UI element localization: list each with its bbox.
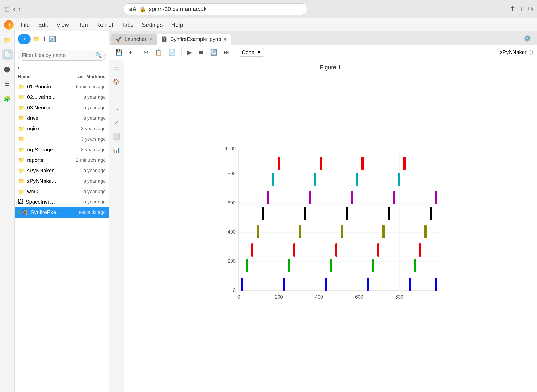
file-item[interactable]: 📁 nrpStorage 3 years ago [15,144,109,155]
file-item[interactable]: 🖼 SpaceInva... a year ago [15,197,109,207]
main-layout: 📁 📄 ⬤ ☰ 🧩 + 📁 ⬆ 🔄 🔍 / Name Last Modified… [0,31,537,392]
forward-button[interactable]: › [19,5,21,13]
file-name: sPyNNaker [27,168,66,174]
insert-cell-button[interactable]: + [127,48,134,57]
search-container: 🔍 [15,47,109,63]
menu-settings[interactable]: Settings [138,20,167,30]
file-modified: a year ago [66,94,106,100]
tab-icon: 📓 [161,36,168,43]
file-modified: 3 years ago [66,126,106,131]
sidebar-toggle-button[interactable]: ⊞ [4,5,10,13]
reader-button[interactable]: aA [129,6,136,13]
nb-forward-button[interactable]: → [111,104,122,114]
file-item[interactable]: 📁 3 years ago [15,134,109,144]
col-header-modified[interactable]: Last Modified [64,74,106,80]
run-button[interactable]: ▶ [185,48,194,57]
nb-frame-button[interactable]: ⬜ [111,131,122,142]
fast-forward-button[interactable]: ⏭ [221,48,231,57]
nb-home-button[interactable]: 🏠 [111,77,122,87]
nb-chart-button[interactable]: 📊 [111,145,122,155]
file-name: 02.LiveInp... [27,94,66,100]
breadcrumb[interactable]: / [15,63,109,72]
file-browser: + 📁 ⬆ 🔄 🔍 / Name Last Modified 📁 01.Runn… [15,31,109,392]
paste-button[interactable]: 📄 [166,48,178,57]
svg-rect-46 [361,157,364,170]
menu-kernel[interactable]: Kernel [93,20,117,30]
menu-view[interactable]: View [53,20,72,30]
new-folder-button[interactable]: 📁 [33,36,40,43]
new-launcher-button[interactable]: + [18,34,31,44]
svg-rect-53 [398,173,400,186]
split-view-button[interactable]: ⧉ [528,5,533,13]
file-name: nrpStorage [27,147,66,153]
interrupt-button[interactable]: ⏹ [196,48,206,57]
url-display: spinn-20.cs.man.ac.uk [149,6,206,13]
kernel-name: sPyNNaker [500,49,527,55]
notebook-icon: 📓 [22,209,28,215]
svg-text:600: 600 [355,294,363,300]
tab-close-button[interactable]: ✕ [149,37,152,42]
back-button[interactable]: ‹ [13,5,15,13]
nb-back-button[interactable]: ← [111,90,122,101]
col-header-name[interactable]: Name [18,74,64,80]
file-item[interactable]: 📁 work a year ago [15,186,109,197]
file-name: SpaceInva... [26,199,66,205]
refresh-button[interactable]: 🔄 [49,36,56,43]
upload-button[interactable]: ⬆ [42,36,47,43]
file-item[interactable]: 📁 reports 2 minutes ago [15,155,109,165]
file-item[interactable]: 📁 drive a year ago [15,113,109,123]
file-item[interactable]: 📁 sPyNNaker a year ago [15,165,109,176]
file-item[interactable]: 📁 01.Runnin... 5 minutes ago [15,81,109,92]
share-button[interactable]: ⬆ [510,5,515,13]
svg-rect-31 [283,278,285,291]
cut-button[interactable]: ✂ [142,48,151,57]
svg-rect-56 [414,259,416,272]
menu-file[interactable]: File [17,20,33,30]
folder-icon: 📁 [18,115,24,121]
folder-icon: 📁 [18,188,24,195]
copy-button[interactable]: 📋 [153,48,164,57]
address-bar[interactable]: aA 🔒 spinn-20.cs.man.ac.uk [124,3,307,15]
lock-icon: 🔒 [139,6,146,13]
sidebar-icons: 📁 📄 ⬤ ☰ 🧩 [0,31,15,392]
settings-icon[interactable]: ⚙️ [520,33,535,44]
tab-notebook[interactable]: 📓 SynfireExample.ipynb [157,34,231,45]
file-item[interactable]: 📁 nginx 3 years ago [15,123,109,134]
sidebar-icon-extensions[interactable]: 🧩 [2,93,13,104]
svg-rect-24 [246,259,248,272]
sidebar-icon-folders[interactable]: 📁 [2,35,13,45]
svg-rect-27 [262,207,264,220]
nb-menu-button[interactable]: ☰ [111,63,122,73]
svg-rect-30 [278,157,280,170]
file-item-selected[interactable]: 📓 SynfireExa... seconds ago [15,207,109,218]
svg-rect-57 [419,243,421,257]
svg-rect-25 [251,243,253,257]
sidebar-icon-commands[interactable]: ☰ [2,79,13,89]
menu-tabs[interactable]: Tabs [118,20,137,30]
file-modified: a year ago [66,189,106,194]
sidebar-icon-running[interactable]: ⬤ [2,64,13,75]
toolbar-separator [138,49,138,56]
menu-help[interactable]: Help [168,20,187,30]
file-item[interactable]: 📁 02.LiveInp... a year ago [15,92,109,102]
nb-move-button[interactable]: ⤢ [111,118,122,128]
sidebar-icon-files[interactable]: 📄 [2,49,13,60]
file-item[interactable]: 📁 03.Neuror... a year ago [15,102,109,113]
svg-rect-32 [288,259,290,272]
cell-type-select[interactable]: Code ▼ [239,48,265,57]
svg-rect-58 [424,225,427,238]
svg-text:400: 400 [315,294,323,300]
save-button[interactable]: 💾 [113,48,125,57]
restart-button[interactable]: 🔄 [208,48,219,57]
chart-svg: 0 200 400 600 800 1000 0 200 400 600 800 [218,144,443,317]
new-tab-button[interactable]: + [520,5,524,13]
svg-rect-51 [388,207,390,220]
menu-run[interactable]: Run [74,20,92,30]
file-item[interactable]: 📁 sPyNNake... a year ago [15,176,109,186]
search-input[interactable] [22,52,93,58]
tab-label: Launcher [125,36,146,42]
folder-icon: 📁 [18,157,24,163]
menu-edit[interactable]: Edit [34,20,52,30]
tab-launcher[interactable]: 🚀 Launcher ✕ [111,34,157,45]
svg-text:600: 600 [227,200,235,205]
